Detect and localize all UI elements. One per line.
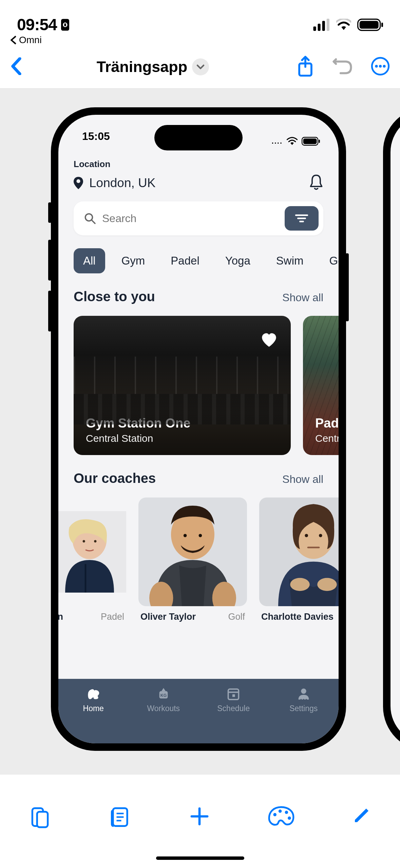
back-to-app[interactable]: Omni <box>0 35 400 46</box>
phone-notch <box>154 125 243 150</box>
svg-point-46 <box>300 699 302 700</box>
close-show-all-link[interactable]: Show all <box>282 291 323 304</box>
svg-point-47 <box>303 699 304 700</box>
svg-point-31 <box>199 534 202 537</box>
coach-sport: Golf <box>228 612 245 622</box>
coach-card[interactable]: Charlotte Davies <box>259 498 339 622</box>
inner-dots-icon: .... <box>272 137 283 146</box>
svg-rect-42 <box>228 689 239 700</box>
nav-label: Settings <box>289 704 318 713</box>
share-button[interactable] <box>297 56 314 78</box>
coach-name: son <box>58 612 63 622</box>
inner-time: 15:05 <box>82 130 110 152</box>
venues-list[interactable]: Gym Station One Central Station Pade Cen… <box>58 304 339 455</box>
toolbar-notes-button[interactable] <box>108 805 132 830</box>
nav-label: Schedule <box>217 704 250 713</box>
coach-avatar <box>58 498 126 606</box>
our-coaches-header: Our coaches Show all <box>58 455 339 486</box>
filter-button[interactable] <box>285 206 319 231</box>
chip-all[interactable]: All <box>74 248 105 273</box>
favorite-button[interactable] <box>261 333 277 349</box>
toolbar-add-button[interactable] <box>188 805 211 829</box>
chip-yoga[interactable]: Yoga <box>216 248 260 273</box>
coaches-list[interactable]: son Padel <box>58 486 339 622</box>
nav-settings[interactable]: Settings <box>269 687 339 743</box>
venue-name: Pade <box>315 416 339 431</box>
venue-card[interactable]: Gym Station One Central Station <box>74 316 291 455</box>
svg-point-37 <box>317 578 337 591</box>
svg-point-26 <box>83 540 85 542</box>
notifications-button[interactable] <box>309 174 323 192</box>
nav-label: Home <box>83 704 104 713</box>
svg-point-13 <box>379 65 382 68</box>
location-picker[interactable]: London, UK <box>74 176 155 190</box>
category-chips: All Gym Padel Yoga Swim Go <box>58 235 339 273</box>
editor-toolbar <box>0 786 400 868</box>
coach-card[interactable]: Oliver Taylor Golf <box>138 498 247 622</box>
location-value: London, UK <box>89 176 155 190</box>
svg-rect-3 <box>313 26 316 31</box>
app-nav-bar: Träningsapp <box>0 46 400 89</box>
bottom-nav: Home KG Workouts Schedule Settings <box>58 679 339 743</box>
chip-gym[interactable]: Gym <box>112 248 155 273</box>
coach-avatar <box>138 498 247 606</box>
search-input[interactable] <box>102 212 279 225</box>
chip-padel[interactable]: Padel <box>161 248 209 273</box>
inner-wifi-icon <box>287 137 298 146</box>
device-status-bar: 09:54 <box>0 0 400 37</box>
close-to-you-title: Close to you <box>74 289 155 304</box>
svg-rect-44 <box>232 694 235 697</box>
chip-go[interactable]: Go <box>320 248 339 273</box>
svg-rect-9 <box>381 22 383 27</box>
coaches-title: Our coaches <box>74 471 156 486</box>
svg-point-12 <box>375 65 378 68</box>
home-indicator <box>156 856 244 860</box>
chip-swim[interactable]: Swim <box>267 248 313 273</box>
svg-rect-2 <box>64 23 66 26</box>
svg-point-59 <box>285 811 288 814</box>
svg-point-57 <box>273 813 277 816</box>
cellular-icon <box>313 19 330 31</box>
coach-avatar <box>259 498 339 606</box>
back-app-label: Omni <box>19 35 42 46</box>
undo-button[interactable] <box>332 58 352 76</box>
search-bar[interactable] <box>74 201 323 235</box>
svg-rect-50 <box>37 812 48 827</box>
svg-text:KG: KG <box>160 693 167 698</box>
more-button[interactable] <box>371 57 390 77</box>
svg-point-39 <box>319 534 322 537</box>
coach-card[interactable]: son Padel <box>58 498 126 622</box>
coaches-show-all-link[interactable]: Show all <box>282 473 323 486</box>
phone-mockup-1: 15:05 .... Location London, UK <box>51 107 346 751</box>
phone-mockup-2: W <box>383 107 400 751</box>
coach-name: Oliver Taylor <box>140 612 196 622</box>
wifi-icon <box>336 19 351 31</box>
svg-point-19 <box>85 214 93 221</box>
toolbar-devices-button[interactable] <box>28 805 52 830</box>
home-icon <box>86 687 101 701</box>
toolbar-theme-button[interactable] <box>267 805 295 829</box>
svg-point-48 <box>306 699 307 700</box>
nav-actions <box>297 56 390 78</box>
svg-point-58 <box>278 810 282 813</box>
nav-workouts[interactable]: KG Workouts <box>129 687 199 743</box>
search-icon <box>84 212 96 224</box>
venue-card[interactable]: Pade Centr <box>303 316 339 455</box>
toolbar-edit-button[interactable] <box>351 805 372 827</box>
nav-title-wrap[interactable]: Träningsapp <box>16 58 290 76</box>
nav-schedule[interactable]: Schedule <box>198 687 269 743</box>
pin-icon <box>74 177 83 189</box>
nav-home[interactable]: Home <box>58 687 129 743</box>
battery-icon <box>357 18 383 31</box>
svg-point-38 <box>305 534 308 537</box>
svg-rect-17 <box>319 140 320 143</box>
title-chevron-button[interactable] <box>192 58 209 75</box>
nav-title: Träningsapp <box>97 58 188 76</box>
coach-sport: Padel <box>101 612 124 622</box>
svg-point-60 <box>288 816 291 820</box>
inner-battery-icon <box>302 137 320 146</box>
svg-rect-5 <box>322 21 325 31</box>
design-canvas[interactable]: 15:05 .... Location London, UK <box>0 89 400 775</box>
svg-point-45 <box>301 689 306 694</box>
svg-rect-8 <box>360 21 379 29</box>
